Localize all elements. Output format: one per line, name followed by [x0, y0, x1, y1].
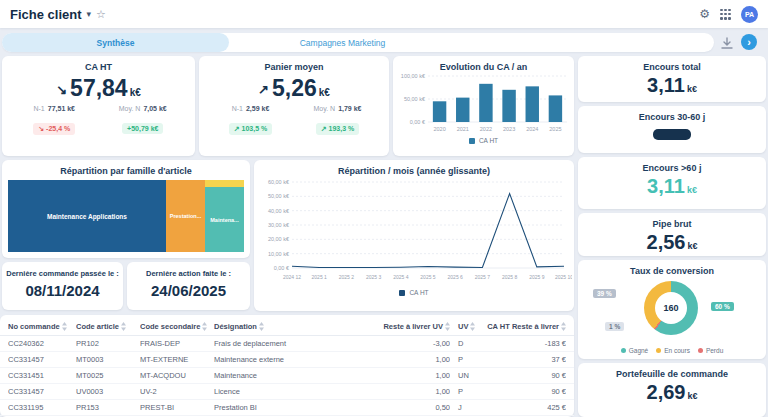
table-row[interactable]: CC331457MT0003MT-EXTERNEMaintenance exte… [0, 352, 574, 368]
legend-item[interactable]: Perdu [698, 347, 723, 354]
last-action-date: 24/06/2025 [127, 282, 250, 299]
legend-item[interactable]: Gagné [621, 347, 649, 354]
table-cell: CC331457 [8, 355, 76, 364]
bar[interactable] [502, 90, 515, 122]
table-cell: CC331195 [8, 403, 76, 412]
chart-legend: CA HT [393, 137, 574, 144]
bar[interactable] [526, 86, 539, 122]
table-cell: Prestation BI [214, 403, 370, 412]
column-header[interactable]: Code secondaire [140, 322, 214, 331]
kpi-value: ↗5,26k€ [199, 75, 389, 102]
apps-grid-icon[interactable] [720, 9, 731, 20]
kpi-stats: N-12,59 k€ Moy. N1,79 k€ [199, 105, 389, 112]
column-header[interactable]: UV [450, 322, 480, 331]
treemap-chart[interactable]: Maintenance ApplicationsPrestation...Mai… [8, 180, 244, 252]
svg-text:60,00 k€: 60,00 k€ [268, 179, 289, 185]
legend-dot [698, 348, 703, 353]
chevron-down-icon[interactable]: ▾ [87, 9, 92, 19]
legend-label: Gagné [629, 347, 649, 354]
table-cell: PREST-BI [140, 403, 214, 412]
value-number: 2,56 [647, 231, 686, 253]
stat-n1: N-177,51 k€ [10, 105, 99, 112]
svg-text:0,00 €: 0,00 € [410, 119, 425, 125]
treemap-segment[interactable]: Maintena... [205, 187, 244, 252]
kpi-stats: N-177,51 k€ Moy. N7,05 k€ [2, 105, 195, 112]
svg-text:2025 7: 2025 7 [475, 274, 491, 280]
variation-badge-negative: ↘ -25,4 % [33, 123, 75, 135]
column-header[interactable]: Code article [76, 322, 140, 331]
table-cell: UV0003 [76, 387, 140, 396]
treemap-column: Maintena... [205, 180, 244, 252]
svg-text:30,00 k€: 30,00 k€ [268, 222, 289, 228]
treemap-segment[interactable]: Prestation... [166, 180, 205, 252]
favorite-star-icon[interactable]: ☆ [96, 8, 106, 21]
table-row[interactable]: CC331195PR153PREST-BIPrestation BI0,50J4… [0, 400, 574, 416]
treemap-segment[interactable] [205, 180, 244, 187]
table-cell: MT0025 [76, 371, 140, 380]
legend-swatch [399, 290, 405, 296]
bar[interactable] [433, 101, 446, 122]
value-number: 3,11 [647, 175, 685, 197]
column-header[interactable]: Désignation [214, 322, 370, 331]
bar[interactable] [549, 95, 562, 122]
treemap-segment[interactable]: Maintenance Applications [8, 180, 166, 252]
line-chart[interactable]: 60,00 k€50,00 k€40,00 k€30,00 k€20,00 k€… [256, 176, 572, 288]
page-title: Fiche client [10, 7, 82, 22]
download-icon[interactable] [719, 36, 735, 50]
bar[interactable] [479, 84, 492, 122]
legend-swatch [469, 138, 475, 144]
table-cell: MT-EXTERNE [140, 355, 214, 364]
expand-arrow-button[interactable]: › [741, 34, 757, 50]
donut-chart[interactable]: 160 [644, 281, 698, 335]
encours-total-value: 3,11k€ [578, 74, 766, 97]
table-cell: MT0003 [76, 355, 140, 364]
stat-label: Moy. N [313, 105, 335, 112]
svg-text:2025 9: 2025 9 [529, 274, 545, 280]
card-portefeuille-commande: Portefeuille de commande 2,69k€ [578, 363, 766, 417]
stat-label: N-1 [232, 105, 243, 112]
card-title: Portefeuille de commande [578, 363, 766, 379]
bar[interactable] [456, 98, 469, 122]
legend-label: En cours [664, 347, 690, 354]
table-cell: UV-2 [140, 387, 214, 396]
settings-gear-icon[interactable]: ⚙ [699, 7, 710, 21]
table-row[interactable]: CC240362PR102FRAIS-DEPFrais de deplaceme… [0, 336, 574, 352]
tab-synthese[interactable]: Synthèse [2, 33, 229, 52]
table-cell: D [450, 339, 480, 348]
table-row[interactable]: CC331457UV0003UV-2Licence1,00P90 € [0, 384, 574, 400]
svg-text:2025 2: 2025 2 [339, 274, 355, 280]
pipe-brut-value: 2,56k€ [578, 231, 766, 254]
stat-moy: Moy. N1,79 k€ [294, 105, 381, 112]
column-header[interactable]: No commande [8, 322, 76, 331]
table-cell: 1,00 [370, 387, 450, 396]
bar-chart[interactable]: 100,00 k€50,00 k€0,00 €20202021202220232… [396, 72, 571, 136]
column-header[interactable]: CA HT Reste à livrer [480, 322, 566, 331]
card-title: Dernière action faite le : [127, 262, 250, 278]
svg-text:2025 3: 2025 3 [366, 274, 382, 280]
trend-down-icon: ↘ [56, 82, 67, 97]
table-cell: 1,00 [370, 371, 450, 380]
value-number: 3,11 [647, 74, 685, 96]
tab-campagnes-marketing[interactable]: Campagnes Marketing [229, 33, 456, 52]
stat-n1: N-12,59 k€ [207, 105, 294, 112]
chart-title: Répartition / mois (année glissante) [254, 160, 574, 176]
kpi-title: Panier moyen [199, 56, 389, 72]
svg-text:2025 10: 2025 10 [555, 274, 572, 280]
avatar[interactable]: PA [741, 6, 758, 23]
encours-60-value: 3,11k€ [578, 175, 766, 198]
table-row[interactable]: CC331451MT0025MT-ACQDOUMaintenance1,00UN… [0, 368, 574, 384]
column-header[interactable]: Reste à livrer UV [370, 322, 450, 331]
table-cell: PR102 [76, 339, 140, 348]
legend-item[interactable]: En cours [656, 347, 690, 354]
donut-label-gagne: 60 % [711, 302, 734, 311]
table-cell: PR153 [76, 403, 140, 412]
table-cell: 1,00 [370, 355, 450, 364]
donut-label-perdu: 1 % [605, 322, 624, 331]
kpi-card-panier-moyen: Panier moyen ↗5,26k€ N-12,59 k€ Moy. N1,… [199, 56, 389, 156]
value-number: 2,69 [647, 381, 686, 403]
line-series[interactable] [292, 193, 564, 267]
svg-text:2023: 2023 [503, 126, 515, 132]
table-cell: 90 € [480, 387, 566, 396]
legend-label: Perdu [706, 347, 723, 354]
svg-text:2025: 2025 [549, 126, 561, 132]
